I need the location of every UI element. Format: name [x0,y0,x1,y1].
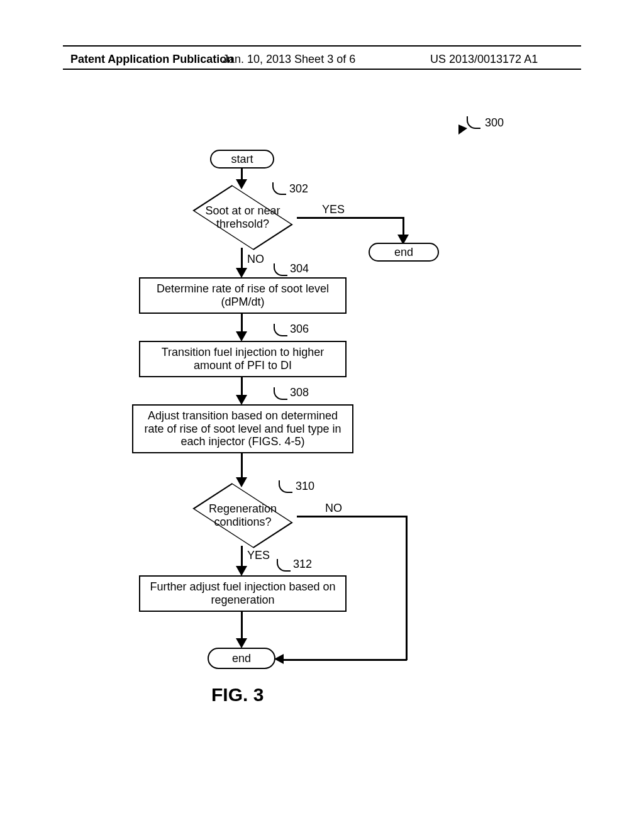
arrow-down-icon [236,638,247,648]
process-304: Determine rate of rise of soot level (dP… [139,277,347,314]
decision-310-text: Regeneration conditions? [209,502,277,528]
header-left: Patent Application Publication [70,53,233,66]
connector [241,248,243,270]
leader-tail [277,559,291,572]
leader-tail [467,116,480,129]
ref-306: 306 [290,323,309,336]
connector [283,659,407,661]
header-rule-bottom [63,69,581,70]
arrow-down-icon [236,395,247,405]
no-label-310: NO [325,502,342,515]
arrow-down-icon [236,268,247,278]
leader-tail [274,324,287,336]
process-308: Adjust transition based on determined ra… [132,404,353,453]
ref-310: 310 [296,480,314,493]
start-label: start [231,153,253,166]
ref-304: 304 [290,262,309,275]
figure-caption: FIG. 3 [211,684,264,706]
end-top-terminator: end [369,243,439,262]
ref-302: 302 [289,182,308,196]
connector [297,516,407,517]
end-bottom-terminator: end [208,648,275,669]
ref-312: 312 [293,558,312,571]
yes-label-302: YES [322,203,345,216]
header-rule-top [63,45,581,47]
connector [241,612,243,641]
process-308-text: Adjust transition based on determined ra… [144,409,341,448]
connector [297,217,404,219]
arrow-down-icon [236,566,247,576]
decision-310: Regeneration conditions? [189,485,296,546]
leader-tail [274,387,287,400]
leader-tail [274,263,287,276]
process-312: Further adjust fuel injection based on r… [139,575,347,612]
process-304-text: Determine rate of rise of soot level (dP… [157,282,329,308]
start-terminator: start [210,150,274,169]
end-bottom-label: end [232,652,251,665]
no-label-302: NO [247,253,264,266]
end-top-label: end [394,246,413,259]
arrow-left-icon [274,654,284,664]
header-mid: Jan. 10, 2013 Sheet 3 of 6 [223,53,355,66]
connector [406,516,408,660]
process-306-text: Transition fuel injection to higher amou… [162,346,324,372]
header-right: US 2013/0013172 A1 [430,53,538,66]
process-306: Transition fuel injection to higher amou… [139,341,347,377]
decision-302-text: Soot at or near threhsold? [205,204,280,230]
ref-308: 308 [290,386,309,399]
arrow-down-icon [236,331,247,341]
connector [241,546,243,568]
process-312-text: Further adjust fuel injection based on r… [150,580,335,606]
decision-302: Soot at or near threhsold? [189,187,296,248]
ref-300: 300 [485,116,504,130]
connector [241,453,243,480]
yes-label-310: YES [247,549,270,562]
